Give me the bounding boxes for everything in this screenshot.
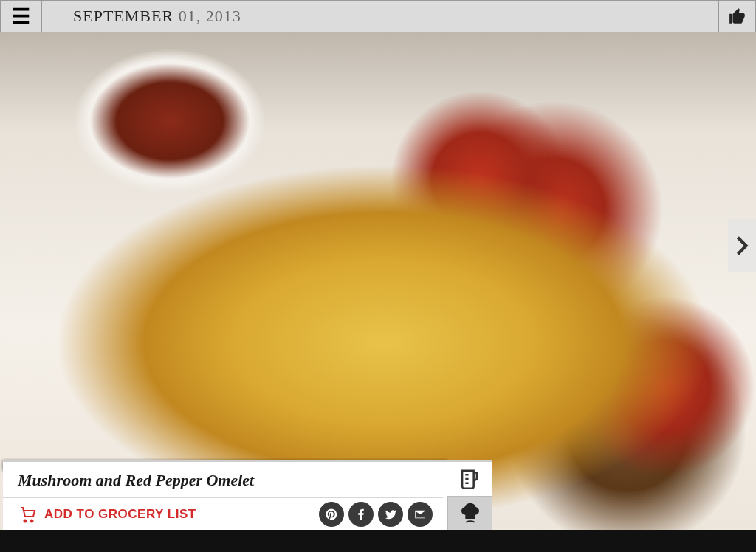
top-bar: ☰ SEPTEMBER 01, 2013 bbox=[0, 0, 756, 32]
info-panel: Mushroom and Red Pepper Omelet ADD TO GR… bbox=[3, 460, 492, 530]
email-icon bbox=[413, 508, 427, 521]
recipe-title: Mushroom and Red Pepper Omelet bbox=[3, 462, 443, 498]
add-to-grocery-button[interactable]: ADD TO GROCERY LIST bbox=[18, 506, 196, 523]
share-facebook[interactable] bbox=[348, 502, 374, 527]
share-email[interactable] bbox=[408, 502, 433, 527]
chevron-right-icon bbox=[735, 235, 749, 256]
grocery-label: ADD TO GROCERY LIST bbox=[44, 507, 196, 522]
date-rest: 01, 2013 bbox=[173, 7, 241, 25]
thumbs-up-icon bbox=[727, 7, 748, 26]
measurements-button[interactable] bbox=[447, 462, 492, 496]
share-twitter[interactable] bbox=[378, 502, 403, 527]
hamburger-icon: ☰ bbox=[12, 4, 30, 29]
share-icons bbox=[319, 502, 433, 527]
svg-point-1 bbox=[31, 520, 33, 522]
chef-hat-icon bbox=[458, 501, 482, 525]
side-icons bbox=[447, 462, 492, 530]
date-month: SEPTEMBER bbox=[73, 7, 173, 25]
share-pinterest[interactable] bbox=[319, 502, 344, 527]
bottom-strip bbox=[0, 530, 756, 552]
date-label: SEPTEMBER 01, 2013 bbox=[42, 7, 718, 26]
pinterest-icon bbox=[325, 508, 338, 521]
svg-point-0 bbox=[24, 520, 27, 522]
cart-icon bbox=[18, 506, 37, 523]
facebook-icon bbox=[354, 508, 368, 521]
menu-button[interactable]: ☰ bbox=[1, 0, 42, 32]
chef-button[interactable] bbox=[447, 496, 492, 531]
twitter-icon bbox=[384, 508, 397, 521]
hero-image bbox=[0, 32, 756, 530]
next-button[interactable] bbox=[728, 219, 756, 272]
action-row: ADD TO GROCERY LIST bbox=[3, 498, 447, 530]
like-button[interactable] bbox=[718, 0, 755, 32]
info-main: Mushroom and Red Pepper Omelet ADD TO GR… bbox=[3, 462, 447, 530]
measuring-cup-icon bbox=[457, 466, 482, 491]
